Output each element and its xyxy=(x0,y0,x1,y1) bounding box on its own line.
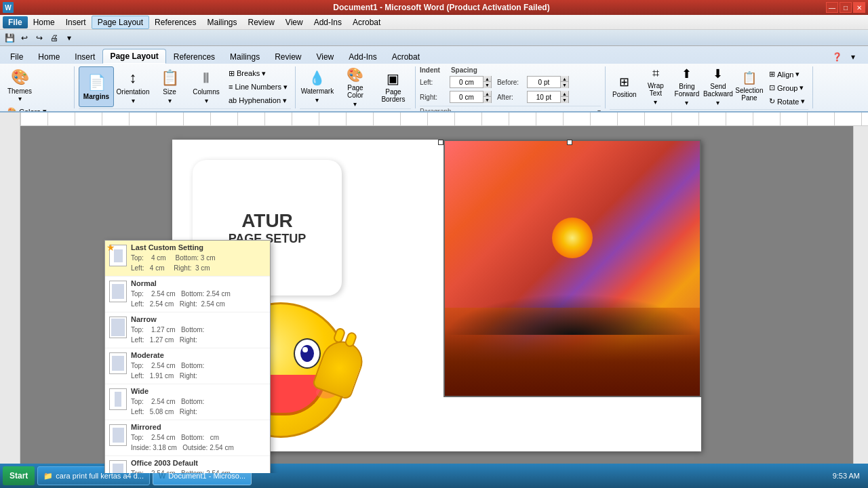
indent-section-label: Indent xyxy=(420,66,440,74)
print-button[interactable]: 🖨 xyxy=(47,31,61,45)
menu-home[interactable]: Home xyxy=(28,16,60,28)
hyphenation-button[interactable]: ab Hyphenation ▾ xyxy=(225,94,291,107)
menu-view[interactable]: View xyxy=(280,16,309,28)
menu-file[interactable]: File xyxy=(3,16,28,28)
menu-review[interactable]: Review xyxy=(242,16,279,28)
menu-page-layout[interactable]: Page Layout xyxy=(92,16,149,29)
spacing-after-input: ▲ ▼ xyxy=(527,91,569,103)
watermark-button[interactable]: 💧 Watermark ▾ xyxy=(300,66,335,107)
page-borders-button[interactable]: ▣ Page Borders xyxy=(376,66,411,107)
save-button[interactable]: 💾 xyxy=(3,31,16,45)
margins-normal[interactable]: Normal Top: 2.54 cm Bottom: 2.54 cm Left… xyxy=(105,277,270,312)
selection-pane-button[interactable]: 📋 Selection Pane xyxy=(734,66,764,106)
page-color-button[interactable]: 🎨 Page Color ▾ xyxy=(338,66,373,107)
ribbon-collapse-button[interactable]: ▾ xyxy=(846,50,860,64)
redo-button[interactable]: ↪ xyxy=(33,31,46,45)
position-button[interactable]: ⊞ Position xyxy=(610,66,639,106)
page-color-arrow: ▾ xyxy=(353,100,357,108)
columns-button[interactable]: ⫴ Columns ▾ xyxy=(189,66,224,107)
margins-preview-office-2003 xyxy=(109,460,127,473)
title-bar: W Document1 - Microsoft Word (Product Ac… xyxy=(0,0,868,15)
rotate-button[interactable]: ↻ Rotate ▾ xyxy=(766,95,808,108)
group-icon: ⊡ xyxy=(769,83,775,92)
hyphenation-icon: ab xyxy=(229,96,237,104)
menu-acrobat[interactable]: Acrobat xyxy=(347,16,386,28)
margins-moderate[interactable]: Moderate Top: 2.54 cm Bottom: Left: 1.91… xyxy=(105,348,270,384)
group-button[interactable]: ⊡ Group ▾ xyxy=(766,81,808,94)
bring-forward-arrow: ▾ xyxy=(685,99,688,106)
tab-review[interactable]: Review xyxy=(267,49,309,64)
taskbar-clock: 9:53 AM xyxy=(827,471,865,481)
indent-left-up[interactable]: ▲ xyxy=(483,76,491,82)
selection-handle-edge[interactable] xyxy=(567,140,572,145)
size-button[interactable]: 📋 Size ▾ xyxy=(152,66,187,107)
tab-acrobat[interactable]: Acrobat xyxy=(384,49,427,64)
indent-right-up[interactable]: ▲ xyxy=(483,91,491,97)
spacing-after-value[interactable] xyxy=(528,92,560,102)
margins-button[interactable]: 📄 Margins xyxy=(79,66,114,107)
page-borders-label: Page Borders xyxy=(378,88,409,103)
tab-file[interactable]: File xyxy=(3,49,31,64)
spacing-before-value[interactable] xyxy=(528,77,560,87)
breaks-button[interactable]: ⊞ Breaks ▾ xyxy=(225,67,291,80)
themes-button[interactable]: 🎨 Themes ▾ xyxy=(4,66,35,104)
tab-add-ins[interactable]: Add-Ins xyxy=(341,49,384,64)
line-numbers-button[interactable]: ≡ Line Numbers ▾ xyxy=(225,81,291,94)
document-area[interactable]: ATUR PAGE SETUP xyxy=(20,126,853,473)
undo-button[interactable]: ↩ xyxy=(18,31,31,45)
spacing-after-up[interactable]: ▲ xyxy=(560,91,568,97)
tab-home[interactable]: Home xyxy=(31,49,67,64)
customize-qa-button[interactable]: ▾ xyxy=(62,31,76,45)
tab-mailings[interactable]: Mailings xyxy=(222,49,267,64)
spacing-before-up[interactable]: ▲ xyxy=(560,76,568,82)
selection-handle-corner[interactable] xyxy=(438,140,443,145)
tab-references[interactable]: References xyxy=(166,49,222,64)
close-button[interactable]: ✕ xyxy=(853,2,865,13)
start-button[interactable]: Start xyxy=(3,466,35,485)
tab-view[interactable]: View xyxy=(309,49,341,64)
margins-name-last-custom: Last Custom Setting xyxy=(131,243,266,251)
tab-page-layout[interactable]: Page Layout xyxy=(102,49,165,64)
emoji-right-pupil xyxy=(300,345,314,362)
ribbon-group-page-setup: 📄 Margins ↕ Orientation ▾ 📋 Size ▾ ⫴ Col… xyxy=(75,66,296,108)
tab-insert[interactable]: Insert xyxy=(67,49,102,64)
maximize-button[interactable]: □ xyxy=(840,2,852,13)
rotate-arrow: ▾ xyxy=(801,97,805,106)
indent-right-down[interactable]: ▼ xyxy=(483,97,491,103)
help-button[interactable]: ❓ xyxy=(830,50,844,64)
bring-forward-button[interactable]: ⬆ Bring Forward ▾ xyxy=(672,66,702,106)
indent-left-down[interactable]: ▼ xyxy=(483,82,491,88)
margins-last-custom[interactable]: ★ Last Custom Setting Top: 4 cm Bottom: … xyxy=(105,241,270,277)
left-panel xyxy=(0,126,20,473)
margins-mirrored[interactable]: Mirrored Top: 2.54 cm Bottom: cm Inside:… xyxy=(105,420,270,456)
send-backward-button[interactable]: ⬇ Send Backward ▾ xyxy=(703,66,733,106)
indent-right-value[interactable] xyxy=(450,92,483,102)
indent-left-value[interactable] xyxy=(450,77,483,87)
margins-preview-wide xyxy=(109,388,127,410)
page-background-group-label: Page Background xyxy=(300,108,411,111)
star-icon: ★ xyxy=(106,242,115,253)
minimize-button[interactable]: — xyxy=(826,2,838,13)
ruler-spacer xyxy=(0,113,20,126)
menu-references[interactable]: References xyxy=(149,16,201,28)
colors-arrow: ▾ xyxy=(43,107,47,111)
paragraph-dialog-launcher[interactable]: ▾ xyxy=(597,108,601,111)
page-setup-dialog-launcher[interactable]: ▾ xyxy=(288,110,291,111)
margins-info-mirrored: Mirrored Top: 2.54 cm Bottom: cm Inside:… xyxy=(131,423,266,453)
hyphenation-label: Hyphenation xyxy=(239,96,281,104)
page-color-label: Page Color xyxy=(340,84,371,99)
margins-narrow[interactable]: Narrow Top: 1.27 cm Bottom: Left: 1.27 c… xyxy=(105,312,270,348)
menu-add-ins[interactable]: Add-Ins xyxy=(309,16,347,28)
wrap-text-button[interactable]: ⌗ Wrap Text ▾ xyxy=(641,66,671,106)
menu-insert[interactable]: Insert xyxy=(60,16,92,28)
margins-office-2003[interactable]: Office 2003 Default Top: 2.54 cm Bottom:… xyxy=(105,456,270,473)
menu-mailings[interactable]: Mailings xyxy=(201,16,242,28)
margins-wide[interactable]: Wide Top: 2.54 cm Bottom: Left: 5.08 cm … xyxy=(105,384,270,420)
colors-button[interactable]: 🎨 Colors ▾ xyxy=(4,105,50,111)
orientation-button[interactable]: ↕ Orientation ▾ xyxy=(115,66,151,107)
align-button[interactable]: ⊞ Align ▾ xyxy=(766,68,808,81)
spacing-after-down[interactable]: ▼ xyxy=(560,97,568,103)
orientation-label: Orientation xyxy=(117,88,150,96)
spacing-before-down[interactable]: ▼ xyxy=(560,82,568,88)
sun-glow xyxy=(552,218,593,258)
